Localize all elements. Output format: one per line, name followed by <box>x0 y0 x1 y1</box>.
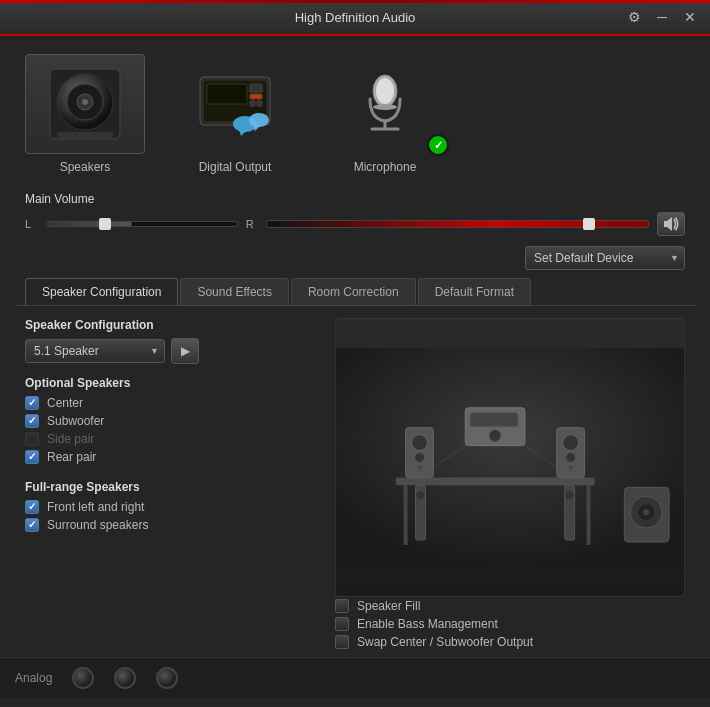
main-content: Speakers Digit <box>0 36 710 707</box>
subwoofer-label: Subwoofer <box>47 414 104 428</box>
front-lr-check-mark: ✓ <box>28 502 36 512</box>
mute-button[interactable] <box>657 212 685 236</box>
speaker-config-section: Speaker Configuration 5.1 Speaker Stereo… <box>25 318 325 364</box>
checkbox-subwoofer[interactable]: ✓ Subwoofer <box>25 414 325 428</box>
tabs-row: Speaker Configuration Sound Effects Room… <box>15 278 695 306</box>
play-icon: ▶ <box>181 344 190 358</box>
default-device-row: Set Default Device <box>15 242 695 278</box>
svg-point-36 <box>569 465 573 469</box>
close-button[interactable]: ✕ <box>680 7 700 27</box>
svg-rect-23 <box>396 477 595 485</box>
svg-point-38 <box>417 491 425 499</box>
rear-pair-label: Rear pair <box>47 450 96 464</box>
subwoofer-checkbox[interactable]: ✓ <box>25 414 39 428</box>
tab-default-format[interactable]: Default Format <box>418 278 531 305</box>
microphone-icon-wrap: ✓ <box>325 54 445 154</box>
digital-output-label: Digital Output <box>199 160 272 174</box>
side-pair-label: Side pair <box>47 432 94 446</box>
surround-label: Surround speakers <box>47 518 148 532</box>
surround-checkbox[interactable]: ✓ <box>25 518 39 532</box>
front-lr-checkbox[interactable]: ✓ <box>25 500 39 514</box>
full-range-section: Full-range Speakers ✓ Front left and rig… <box>25 480 325 532</box>
speakers-icon <box>45 64 125 144</box>
tab-speaker-config[interactable]: Speaker Configuration <box>25 278 178 305</box>
swap-center-label: Swap Center / Subwoofer Output <box>357 635 533 649</box>
subwoofer-check-mark: ✓ <box>28 416 36 426</box>
speaker-viz-svg <box>336 319 684 596</box>
default-device-select-wrap: Set Default Device <box>525 246 685 270</box>
speaker-fill-label: Speaker Fill <box>357 599 420 613</box>
default-device-select[interactable]: Set Default Device <box>525 246 685 270</box>
front-lr-label: Front left and right <box>47 500 144 514</box>
svg-rect-8 <box>207 84 247 104</box>
checkbox-rear-pair[interactable]: ✓ Rear pair <box>25 450 325 464</box>
status-bar: Analog <box>0 657 710 697</box>
titlebar-controls: ⚙ ─ ✕ <box>624 7 700 27</box>
rear-pair-check-mark: ✓ <box>28 452 36 462</box>
devices-row: Speakers Digit <box>15 46 695 184</box>
analog-indicator-1 <box>72 667 94 689</box>
content-area: Speaker Configuration 5.1 Speaker Stereo… <box>15 306 695 597</box>
svg-point-29 <box>418 465 422 469</box>
bass-mgmt-checkbox[interactable] <box>335 617 349 631</box>
svg-rect-10 <box>250 94 262 99</box>
speaker-fill-checkbox[interactable] <box>335 599 349 613</box>
optional-speakers-title: Optional Speakers <box>25 376 325 390</box>
checkbox-side-pair: Side pair <box>25 432 325 446</box>
tab-room-correction[interactable]: Room Correction <box>291 278 416 305</box>
svg-point-28 <box>415 453 425 463</box>
volume-row: L R <box>25 212 685 236</box>
side-pair-checkbox <box>25 432 39 446</box>
svg-marker-16 <box>253 125 261 131</box>
checkbox-front-lr[interactable]: ✓ Front left and right <box>25 500 325 514</box>
speaker-select-row: 5.1 Speaker Stereo 4.1 Speaker 7.1 Speak… <box>25 338 325 364</box>
speakers-label: Speakers <box>60 160 111 174</box>
swap-center-checkbox[interactable] <box>335 635 349 649</box>
minimize-button[interactable]: ─ <box>652 7 672 27</box>
svg-rect-24 <box>404 485 408 545</box>
microphone-label: Microphone <box>354 160 417 174</box>
titlebar-title: High Definition Audio <box>295 10 416 25</box>
microphone-icon <box>350 69 420 139</box>
svg-rect-12 <box>257 101 262 106</box>
settings-button[interactable]: ⚙ <box>624 7 644 27</box>
play-button[interactable]: ▶ <box>171 338 199 364</box>
center-checkbox[interactable]: ✓ <box>25 396 39 410</box>
center-label: Center <box>47 396 83 410</box>
device-digital-output[interactable]: Digital Output <box>175 54 295 174</box>
volume-level-thumb[interactable] <box>583 218 595 230</box>
option-bass-mgmt[interactable]: Enable Bass Management <box>335 617 685 631</box>
svg-point-34 <box>563 435 579 451</box>
surround-check-mark: ✓ <box>28 520 36 530</box>
volume-balance-slider[interactable] <box>45 221 238 227</box>
option-speaker-fill[interactable]: Speaker Fill <box>335 599 685 613</box>
analog-indicator-2 <box>114 667 136 689</box>
volume-balance-fill <box>46 222 132 226</box>
svg-rect-9 <box>250 84 262 92</box>
option-swap-center[interactable]: Swap Center / Subwoofer Output <box>335 635 685 649</box>
svg-point-21 <box>373 104 397 110</box>
checkbox-surround[interactable]: ✓ Surround speakers <box>25 518 325 532</box>
svg-rect-31 <box>470 413 518 427</box>
device-microphone[interactable]: ✓ Microphone <box>325 54 445 174</box>
analog-indicator-3 <box>156 667 178 689</box>
microphone-active-badge: ✓ <box>427 134 449 156</box>
digital-output-icon <box>195 72 275 137</box>
svg-point-15 <box>249 113 269 127</box>
checkbox-center[interactable]: ✓ Center <box>25 396 325 410</box>
volume-label: Main Volume <box>25 192 685 206</box>
device-speakers[interactable]: Speakers <box>25 54 145 174</box>
volume-balance-thumb[interactable] <box>99 218 111 230</box>
rear-pair-checkbox[interactable]: ✓ <box>25 450 39 464</box>
speaker-config-select[interactable]: 5.1 Speaker Stereo 4.1 Speaker 7.1 Speak… <box>25 339 165 363</box>
svg-point-35 <box>566 453 576 463</box>
tab-sound-effects[interactable]: Sound Effects <box>180 278 289 305</box>
optional-speakers-section: Optional Speakers ✓ Center ✓ Subwoofer <box>25 376 325 464</box>
vol-left-label: L <box>25 218 37 230</box>
volume-level-slider[interactable] <box>266 220 649 228</box>
full-range-list: ✓ Front left and right ✓ Surround speake… <box>25 500 325 532</box>
volume-section: Main Volume L R <box>15 184 695 242</box>
left-panel: Speaker Configuration 5.1 Speaker Stereo… <box>25 318 325 597</box>
svg-point-27 <box>412 435 428 451</box>
svg-point-40 <box>566 491 574 499</box>
